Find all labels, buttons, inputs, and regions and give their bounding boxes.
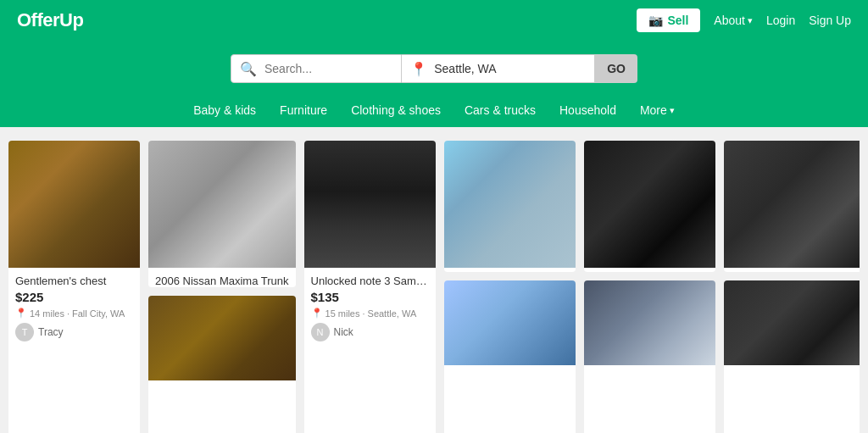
product-location: 📍 14 miles · Fall City, WA [15, 308, 133, 319]
product-info: 2006 Nissan Maxima Trunk $40 📍 32 miles … [148, 268, 296, 287]
product-card-nissan-trunk-col: 2006 Nissan Maxima Trunk $40 📍 32 miles … [148, 141, 296, 433]
category-clothing-shoes[interactable]: Clothing & shoes [351, 103, 441, 117]
login-button[interactable]: Login [766, 14, 795, 27]
search-section: 🔍 📍 GO Baby & kids Furniture Clothing & … [0, 41, 868, 127]
logo: OfferUp [17, 9, 83, 31]
product-card-alpine-col: Alpine & Rockford fosgate amps 500w syst… [724, 141, 860, 433]
product-card-toyota-pickup[interactable]: 91 toyota pickup $1,750 📍 29 miles · Tac… [444, 141, 576, 272]
signup-button[interactable]: Sign Up [809, 14, 851, 27]
product-image [724, 280, 860, 365]
bottom-card-b5[interactable] [724, 280, 860, 433]
products-grid: Gentlemen's chest $225 📍 14 miles · Fall… [8, 141, 860, 433]
product-title: Gentlemen's chest [15, 275, 133, 287]
product-price: $225 [15, 290, 133, 304]
product-image [148, 141, 296, 268]
product-card-gentlemens-chest[interactable]: Gentlemen's chest $225 📍 14 miles · Fall… [8, 141, 140, 433]
search-icon: 🔍 [240, 61, 257, 77]
category-household[interactable]: Household [559, 103, 616, 117]
header-nav: 📷 Sell About ▾ Login Sign Up [637, 8, 851, 32]
product-user: T Tracy [15, 323, 133, 341]
product-title: Unlocked note 3 Samsung [311, 275, 429, 287]
camera-icon: 📷 [648, 14, 663, 27]
bottom-card-b3[interactable] [444, 280, 576, 433]
product-user: N Nick [311, 323, 429, 341]
location-input[interactable] [431, 55, 586, 82]
product-image [584, 141, 715, 268]
product-image [444, 141, 576, 268]
sell-button[interactable]: 📷 Sell [637, 8, 700, 32]
location-pin-icon: 📍 [410, 61, 427, 77]
category-nav: Baby & kids Furniture Clothing & shoes C… [193, 95, 675, 127]
location-wrap: 📍 [402, 54, 595, 83]
bottom-card-b4[interactable] [584, 280, 715, 433]
bottom-card-b1[interactable] [148, 296, 296, 434]
product-image [148, 296, 296, 380]
product-image [444, 280, 576, 365]
product-info: Unlocked note 3 Samsung $135 📍 15 miles … [304, 268, 436, 348]
location-pin-icon: 📍 [15, 308, 27, 319]
product-image [584, 280, 715, 365]
category-cars-trucks[interactable]: Cars & trucks [465, 103, 536, 117]
product-card-oakley[interactable]: Oakley's eyepro $200 📍 31 miles · Lakewo… [584, 141, 715, 272]
category-more[interactable]: More ▾ [640, 103, 675, 117]
search-input[interactable] [261, 55, 392, 82]
product-image [724, 141, 860, 268]
product-location: 📍 15 miles · Seattle, WA [311, 308, 429, 319]
product-card-samsung-note[interactable]: Unlocked note 3 Samsung $135 📍 15 miles … [304, 141, 436, 433]
search-input-wrap: 🔍 [231, 54, 402, 83]
location-pin-icon: 📍 [311, 308, 323, 319]
product-price: $135 [311, 290, 429, 304]
more-chevron-icon: ▾ [670, 105, 675, 116]
category-furniture[interactable]: Furniture [280, 103, 327, 117]
product-image [8, 141, 140, 268]
category-baby-kids[interactable]: Baby & kids [193, 103, 256, 117]
avatar: T [15, 323, 34, 341]
product-card-toyota-col: 91 toyota pickup $1,750 📍 29 miles · Tac… [444, 141, 576, 433]
go-button[interactable]: GO [595, 54, 637, 83]
avatar: N [311, 323, 330, 341]
product-info: Gentlemen's chest $225 📍 14 miles · Fall… [8, 268, 140, 348]
products-section: Gentlemen's chest $225 📍 14 miles · Fall… [0, 127, 868, 433]
about-button[interactable]: About ▾ [714, 14, 753, 27]
product-title: 2006 Nissan Maxima Trunk [155, 275, 289, 287]
product-card-oakley-col: Oakley's eyepro $200 📍 31 miles · Lakewo… [584, 141, 715, 433]
product-card-alpine[interactable]: Alpine & Rockford fosgate amps 500w syst… [724, 141, 860, 272]
search-bar: 🔍 📍 GO [231, 54, 637, 83]
header: OfferUp 📷 Sell About ▾ Login Sign Up [0, 0, 868, 41]
product-image [304, 141, 436, 268]
chevron-down-icon: ▾ [748, 15, 753, 26]
product-card-nissan-trunk[interactable]: 2006 Nissan Maxima Trunk $40 📍 32 miles … [148, 141, 296, 287]
